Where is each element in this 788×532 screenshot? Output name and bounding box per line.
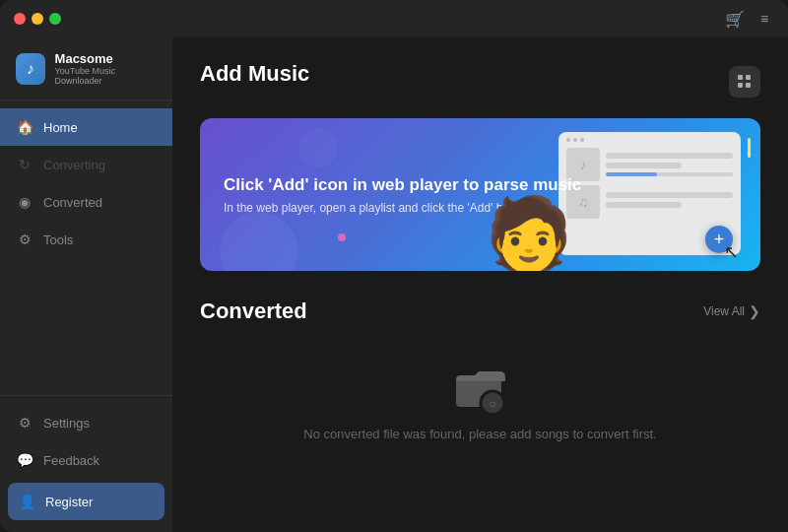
tools-icon: ⚙	[16, 231, 33, 248]
empty-state: ○ No converted file was found, please ad…	[200, 344, 760, 451]
sidebar-nav: 🏠 Home ↻ Converting ◉ Converted ⚙ Tools	[0, 100, 172, 395]
wp-top-bar	[566, 138, 733, 142]
grid-icon	[737, 74, 753, 90]
app-info: Macsome YouTube Music Downloader	[55, 51, 157, 86]
sidebar-item-tools[interactable]: ⚙ Tools	[0, 221, 172, 258]
sidebar-item-converted-label: Converted	[43, 195, 102, 210]
app-subtitle: YouTube Music Downloader	[55, 66, 157, 86]
sidebar-item-tools-label: Tools	[43, 233, 73, 247]
wp-dot-3	[580, 138, 584, 142]
sidebar-item-settings[interactable]: ⚙ Settings	[0, 404, 172, 441]
home-icon: 🏠	[16, 118, 33, 136]
app-icon: ♪	[16, 53, 45, 85]
sidebar-item-home-label: Home	[43, 120, 78, 135]
title-bar-right: 🛒 ≡	[725, 9, 774, 29]
main-content: Add Music Click 'Add' icon in	[172, 37, 788, 532]
add-music-header: Add Music	[200, 61, 760, 102]
cursor-icon: ↖	[724, 241, 739, 263]
converted-icon: ◉	[16, 193, 33, 211]
sidebar-header: ♪ Macsome YouTube Music Downloader	[0, 37, 172, 100]
add-music-title: Add Music	[200, 61, 309, 87]
character-illustration: 🧑	[485, 192, 573, 271]
register-icon: 👤	[18, 493, 35, 510]
svg-text:○: ○	[489, 397, 495, 411]
title-bar: 🛒 ≡	[0, 0, 788, 37]
converted-title: Converted	[200, 299, 307, 324]
content-area: ♪ Macsome YouTube Music Downloader 🏠 Hom…	[0, 37, 788, 532]
add-music-icon-button[interactable]	[729, 66, 760, 98]
banner-title: Click 'Add' icon in web player to parse …	[224, 175, 737, 195]
empty-state-text: No converted file was found, please add …	[303, 427, 656, 441]
sidebar-item-register[interactable]: 👤 Register	[8, 483, 164, 520]
svg-rect-3	[746, 83, 751, 88]
converting-icon: ↻	[16, 156, 33, 173]
empty-state-icon-svg: ○	[449, 360, 512, 413]
sidebar-item-converted[interactable]: ◉ Converted	[0, 183, 172, 221]
menu-icon[interactable]: ≡	[755, 9, 774, 29]
maximize-button[interactable]	[49, 13, 61, 25]
sidebar-bottom: ⚙ Settings 💬 Feedback 👤 Register	[0, 395, 172, 532]
empty-icon: ○	[449, 364, 512, 413]
close-button[interactable]	[14, 13, 26, 25]
sidebar-item-feedback-label: Feedback	[43, 453, 99, 468]
app-window: 🛒 ≡ ♪ Macsome YouTube Music Downloader 🏠…	[0, 0, 788, 532]
app-name: Macsome	[55, 51, 157, 66]
feedback-icon: 💬	[16, 451, 33, 469]
sidebar-item-register-label: Register	[45, 495, 93, 509]
sidebar-item-converting-label: Converting	[43, 158, 105, 172]
view-all-button[interactable]: View All ❯	[703, 303, 760, 319]
converted-header: Converted View All ❯	[200, 299, 760, 324]
add-music-banner: Click 'Add' icon in web player to parse …	[200, 118, 760, 271]
sidebar-item-converting: ↻ Converting	[0, 146, 172, 183]
wp-dot-2	[573, 138, 577, 142]
minimize-button[interactable]	[32, 13, 43, 25]
banner-subtitle: In the web player, open a playlist and c…	[224, 201, 737, 215]
sidebar-item-home[interactable]: 🏠 Home	[0, 108, 172, 146]
view-all-chevron-icon: ❯	[749, 303, 760, 319]
svg-rect-1	[746, 75, 751, 80]
converted-section: Converted View All ❯ ○	[200, 299, 760, 451]
settings-icon: ⚙	[16, 414, 33, 432]
svg-rect-2	[738, 83, 743, 88]
sidebar: ♪ Macsome YouTube Music Downloader 🏠 Hom…	[0, 37, 172, 532]
banner-left: Click 'Add' icon in web player to parse …	[200, 156, 760, 234]
pink-dot	[338, 233, 346, 241]
wp-dot-1	[566, 138, 570, 142]
svg-rect-0	[738, 75, 743, 80]
sidebar-item-feedback[interactable]: 💬 Feedback	[0, 441, 172, 479]
traffic-lights	[14, 13, 61, 25]
cart-icon[interactable]: 🛒	[725, 9, 745, 29]
view-all-label: View All	[703, 304, 745, 318]
sidebar-item-settings-label: Settings	[43, 416, 90, 431]
